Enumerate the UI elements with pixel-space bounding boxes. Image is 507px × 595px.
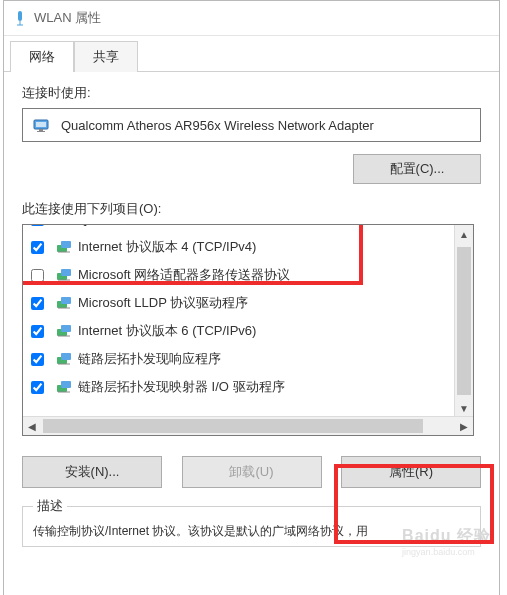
- adapter-icon: [33, 117, 53, 133]
- svg-rect-23: [61, 353, 71, 360]
- titlebar: WLAN 属性: [4, 1, 499, 36]
- connect-using-label: 连接时使用:: [22, 84, 481, 102]
- properties-button[interactable]: 属性(R): [341, 456, 481, 488]
- item-label: Microsoft 网络适配器多路传送器协议: [78, 266, 290, 284]
- adapter-box[interactable]: Qualcomm Atheros AR956x Wireless Network…: [22, 108, 481, 142]
- item-label: 链路层拓扑发现响应程序: [78, 350, 221, 368]
- tab-network[interactable]: 网络: [10, 41, 74, 72]
- list-item[interactable]: 链路层拓扑发现映射器 I/O 驱动程序: [27, 373, 455, 401]
- tab-content: 连接时使用: Qualcomm Atheros AR956x Wireless …: [4, 72, 499, 547]
- list-item[interactable]: Microsoft 网络适配器多路传送器协议: [27, 261, 455, 289]
- protocol-icon: [56, 379, 72, 395]
- description-group: 描述 传输控制协议/Internet 协议。该协议是默认的广域网络协议，用: [22, 506, 481, 547]
- item-checkbox[interactable]: [31, 224, 44, 226]
- list-item[interactable]: Internet 协议版本 4 (TCP/IPv4): [27, 233, 455, 261]
- svg-rect-11: [61, 241, 71, 248]
- item-label: Internet 协议版本 4 (TCP/IPv4): [78, 238, 256, 256]
- scroll-down-arrow[interactable]: ▼: [455, 399, 473, 417]
- configure-button[interactable]: 配置(C)...: [353, 154, 481, 184]
- install-button[interactable]: 安装(N)...: [22, 456, 162, 488]
- item-checkbox[interactable]: [31, 381, 44, 394]
- scroll-left-arrow[interactable]: ◀: [23, 417, 41, 435]
- svg-rect-20: [61, 325, 71, 332]
- item-checkbox[interactable]: [31, 241, 44, 254]
- item-label: QoS 数据包计划程序: [78, 224, 199, 228]
- scroll-right-arrow[interactable]: ▶: [455, 417, 473, 435]
- scroll-up-arrow[interactable]: ▲: [455, 225, 473, 243]
- list-item[interactable]: Internet 协议版本 6 (TCP/IPv6): [27, 317, 455, 345]
- window-title: WLAN 属性: [34, 9, 101, 27]
- protocol-icon: [56, 267, 72, 283]
- svg-rect-5: [39, 129, 43, 131]
- protocol-icon: [56, 295, 72, 311]
- protocol-icon: [56, 224, 72, 227]
- item-label: 链路层拓扑发现映射器 I/O 驱动程序: [78, 378, 285, 396]
- adapter-name: Qualcomm Atheros AR956x Wireless Network…: [61, 118, 374, 133]
- items-label: 此连接使用下列项目(O):: [22, 200, 481, 218]
- scroll-v-thumb[interactable]: [457, 247, 471, 395]
- tab-sharing[interactable]: 共享: [74, 41, 138, 72]
- list-item[interactable]: Microsoft LLDP 协议驱动程序: [27, 289, 455, 317]
- wifi-icon: [12, 10, 28, 26]
- svg-rect-26: [61, 381, 71, 388]
- items-listbox[interactable]: QoS 数据包计划程序Internet 协议版本 4 (TCP/IPv4)Mic…: [22, 224, 474, 436]
- item-checkbox[interactable]: [31, 269, 44, 282]
- wlan-properties-window: WLAN 属性 网络 共享 连接时使用: Qualcomm Atheros AR…: [3, 0, 500, 595]
- uninstall-button: 卸载(U): [182, 456, 322, 488]
- item-checkbox[interactable]: [31, 353, 44, 366]
- item-checkbox[interactable]: [31, 325, 44, 338]
- svg-rect-6: [37, 131, 45, 132]
- svg-rect-14: [61, 269, 71, 276]
- svg-rect-4: [36, 122, 46, 127]
- protocol-icon: [56, 351, 72, 367]
- protocol-icon: [56, 239, 72, 255]
- action-row: 安装(N)... 卸载(U) 属性(R): [22, 456, 481, 488]
- tabs: 网络 共享: [4, 40, 499, 72]
- scrollbar-vertical[interactable]: ▲ ▼: [454, 225, 473, 417]
- description-legend: 描述: [33, 497, 67, 515]
- item-label: Microsoft LLDP 协议驱动程序: [78, 294, 248, 312]
- item-label: Internet 协议版本 6 (TCP/IPv6): [78, 322, 256, 340]
- description-text: 传输控制协议/Internet 协议。该协议是默认的广域网络协议，用: [33, 523, 470, 540]
- svg-rect-17: [61, 297, 71, 304]
- scrollbar-horizontal[interactable]: ◀ ▶: [23, 416, 473, 435]
- list-item[interactable]: 链路层拓扑发现响应程序: [27, 345, 455, 373]
- item-checkbox[interactable]: [31, 297, 44, 310]
- list-item[interactable]: QoS 数据包计划程序: [27, 224, 455, 233]
- scroll-h-thumb[interactable]: [43, 419, 423, 433]
- svg-rect-0: [18, 11, 22, 21]
- protocol-icon: [56, 323, 72, 339]
